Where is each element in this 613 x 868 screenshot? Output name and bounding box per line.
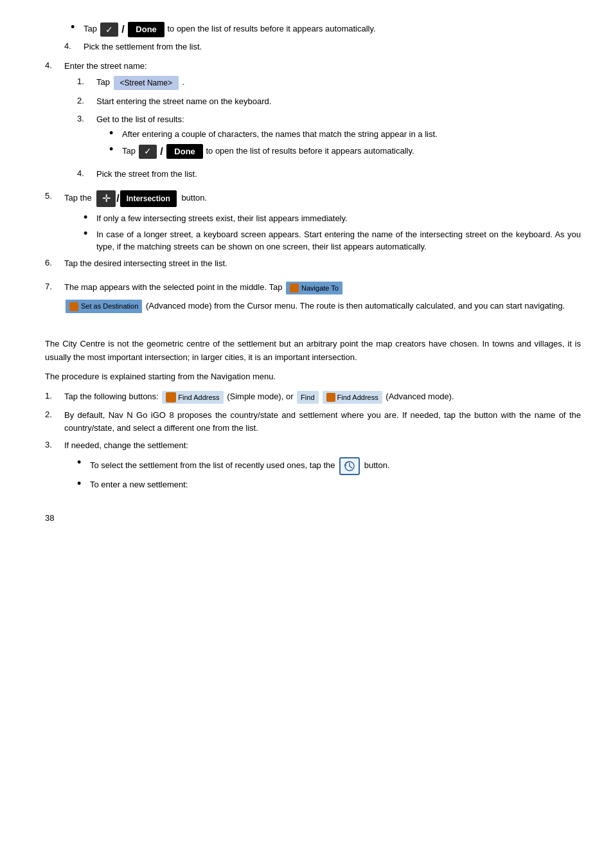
intersection-plus-icon: ✛ xyxy=(96,190,116,207)
find-button[interactable]: Find xyxy=(297,391,318,404)
step-5-text: Tap the ✛ / Intersection button. xyxy=(64,190,581,207)
map-appears-text: The map appears with the selected point … xyxy=(64,282,282,292)
step-5-num: 5. xyxy=(45,190,64,201)
bullet-dot-ae: • xyxy=(109,127,122,141)
bullet-text-5: To select the settlement from the list o… xyxy=(90,457,581,475)
set-dest-button[interactable]: Set as Destination xyxy=(66,300,142,313)
button-word: button. xyxy=(181,194,207,203)
sub-step-4-pick: 4. Pick the street from the list. xyxy=(77,168,581,181)
cc-step-1-text: Tap the following buttons: Find Address … xyxy=(64,390,581,404)
step-4-text: Pick the settlement from the list. xyxy=(84,41,581,53)
page-footer: 38 xyxy=(45,513,581,523)
select-recently-text2: button. xyxy=(364,460,390,470)
find-address-button-adv[interactable]: Find Address xyxy=(323,391,382,404)
step-enter-num: 4. xyxy=(45,60,64,70)
sub-4-num: 4. xyxy=(77,168,96,178)
bullet-item-tap-done-1: • Tap ✓ / Done to open the list of resul… xyxy=(71,22,581,37)
street-name-button[interactable]: <Street Name> xyxy=(114,76,179,90)
find-advanced-buttons: Find Find Address xyxy=(296,391,384,404)
open-list-text-2: to open the list of results before it ap… xyxy=(206,146,414,156)
navigate-label: Navigate To xyxy=(301,283,339,294)
navigate-to-button[interactable]: Navigate To xyxy=(286,282,342,295)
bullet-dot-6: • xyxy=(77,477,90,491)
bullet-dot-2: • xyxy=(109,143,122,157)
bullet-text-6: To enter a new settlement: xyxy=(90,478,581,491)
sub-3-num: 3. xyxy=(77,113,96,123)
bullet-text-4: In case of a longer street, a keyboard s… xyxy=(96,228,581,253)
city-centre-para-1: The City Centre is not the geometric cen… xyxy=(45,338,581,365)
bullet-text-ae: After entering a couple of characters, t… xyxy=(122,128,581,141)
history-icon xyxy=(339,457,360,475)
tap-label-1: Tap xyxy=(84,24,97,33)
sub-2-text: Start entering the street name on the ke… xyxy=(96,95,581,108)
find-addr-label-adv: Find Address xyxy=(337,392,378,403)
cc-step-3-num: 3. xyxy=(45,439,64,449)
check-icon-2: ✓ xyxy=(139,145,157,159)
find-addr-icon-adv xyxy=(326,393,335,402)
bullet-dot-3: • xyxy=(84,211,96,225)
sub-3-text: Get to the list of results: xyxy=(96,114,184,124)
bullet-dot-1: • xyxy=(71,21,84,35)
bullet-select-recently: • To select the settlement from the list… xyxy=(77,457,581,475)
cc-step-2-text: By default, Nav N Go iGO 8 proposes the … xyxy=(64,409,581,434)
bullet-if-only-few: • If only a few intersecting streets exi… xyxy=(84,212,581,225)
sub-step-2-start: 2. Start entering the street name on the… xyxy=(77,95,581,108)
step-6-text: Tap the desired intersecting street in t… xyxy=(64,257,581,270)
cc-step-3-text: If needed, change the settlement: xyxy=(64,440,188,450)
find-addr-icon-sm xyxy=(166,392,176,402)
intersection-bullets: • If only a few intersecting streets exi… xyxy=(84,212,581,253)
navigate-icon xyxy=(290,284,299,293)
page-content: • Tap ✓ / Done to open the list of resul… xyxy=(45,22,581,494)
tap-label-2: Tap xyxy=(122,146,136,156)
cc-step-1: 1. Tap the following buttons: Find Addre… xyxy=(45,390,581,404)
cc-step-1-num: 1. xyxy=(45,390,64,401)
bullet-in-case-longer: • In case of a longer street, a keyboard… xyxy=(84,228,581,253)
tap-street-label: Tap xyxy=(96,77,110,87)
find-label: Find xyxy=(301,392,314,403)
history-svg xyxy=(343,460,356,473)
period-1: . xyxy=(182,77,185,87)
sub-2-num: 2. xyxy=(77,95,96,105)
sub-4-text: Pick the street from the list. xyxy=(96,168,581,181)
step-enter-street: 4. Enter the street name: 1. Tap <Street… xyxy=(45,60,581,186)
step-7-num: 7. xyxy=(45,281,64,291)
step1-simple-text: (Simple mode), or xyxy=(227,392,293,401)
step-4-num: 4. xyxy=(64,41,84,51)
bullet-dot-4: • xyxy=(84,227,96,241)
bullet-section-1: • Tap ✓ / Done to open the list of resul… xyxy=(71,22,581,37)
set-dest-label: Set as Destination xyxy=(81,301,138,312)
slash-1: / xyxy=(121,24,124,35)
advanced-mode-text: (Advanced mode) from the Cursor menu. Th… xyxy=(146,301,565,311)
bullet-text-3: If only a few intersecting streets exist… xyxy=(96,212,581,225)
find-address-button-simple[interactable]: Find Address xyxy=(162,391,223,404)
done-button-2[interactable]: Done xyxy=(166,144,203,159)
bullet-after-entering: • After entering a couple of characters,… xyxy=(109,128,581,141)
step-5-intersection: 5. Tap the ✛ / Intersection button. xyxy=(45,190,581,207)
select-recently-text: To select the settlement from the list o… xyxy=(90,460,335,470)
done-button-1[interactable]: Done xyxy=(128,22,164,37)
cc-step-2: 2. By default, Nav N Go iGO 8 proposes t… xyxy=(45,409,581,434)
page-number: 38 xyxy=(45,513,54,523)
check-icon-1: ✓ xyxy=(100,23,118,37)
intersection-button[interactable]: Intersection xyxy=(120,190,177,207)
step-7-cont: Set as Destination (Advanced mode) from … xyxy=(64,301,565,311)
step-enter-text: Enter the street name: xyxy=(64,61,147,71)
slash-3: / xyxy=(116,191,119,206)
step-7-map: 7. The map appears with the selected poi… xyxy=(45,281,581,294)
set-dest-icon xyxy=(69,302,78,311)
tap-intersection-label: Tap the xyxy=(64,194,92,203)
bullet-enter-new: • To enter a new settlement: xyxy=(77,478,581,491)
open-list-text-1: to open the list of results before it ap… xyxy=(167,24,375,33)
step1-adv-text: (Advanced mode). xyxy=(386,392,454,401)
bullet-dot-5: • xyxy=(77,456,90,470)
slash-2: / xyxy=(160,146,163,157)
step-6-tap-desired: 6. Tap the desired intersecting street i… xyxy=(45,257,581,270)
city-centre-para-2: The procedure is explained starting from… xyxy=(45,370,581,384)
bullet-text-tap-done-2: Tap ✓ / Done to open the list of results… xyxy=(122,144,581,159)
bullet-tap-done-2: • Tap ✓ / Done to open the list of resul… xyxy=(109,144,581,159)
sub-1-text: Tap <Street Name> . xyxy=(96,76,581,90)
step-4-pick-settlement: 4. Pick the settlement from the list. xyxy=(64,41,581,53)
step-7-text: The map appears with the selected point … xyxy=(64,281,581,294)
sub-step-1-tap: 1. Tap <Street Name> . xyxy=(77,76,581,90)
find-addr-label-simple: Find Address xyxy=(178,392,219,403)
